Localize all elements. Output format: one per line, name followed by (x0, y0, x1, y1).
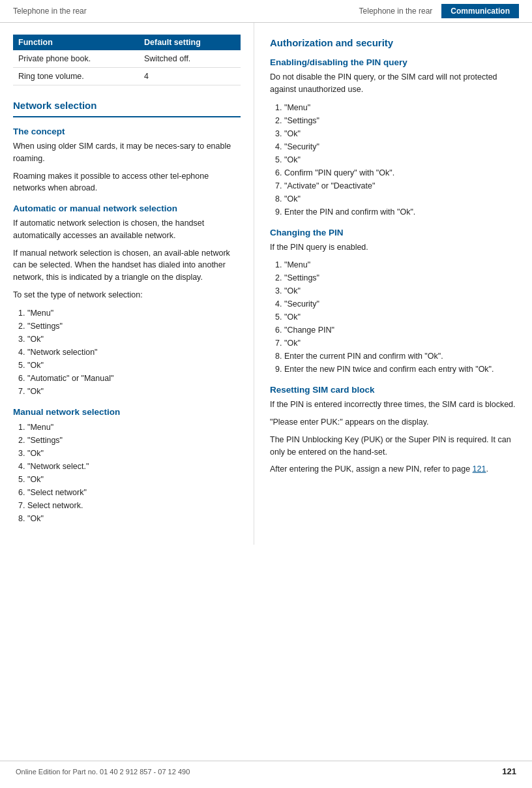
auto-manual-para3: To set the type of network selection: (13, 289, 241, 301)
resetting-para4: After entering the PUK, assign a new PIN… (270, 463, 516, 476)
list-item: "Settings" (284, 271, 516, 284)
list-item: "Settings" (284, 114, 516, 127)
table-row: Private phone book. Switched off. (13, 50, 241, 68)
table-cell-default: 4 (139, 68, 241, 85)
header-tabs: Telephone in the rear Communication (350, 4, 519, 18)
list-item: "Menu" (284, 101, 516, 114)
auth-heading: Authorization and security (270, 37, 516, 48)
enabling-steps-list: "Menu" "Settings" "Ok" "Security" "Ok" C… (270, 101, 516, 219)
resetting-subheading: Resetting SIM card block (270, 385, 516, 395)
page-footer: Online Edition for Part no. 01 40 2 912 … (0, 761, 532, 776)
list-item: "Activate" or "Deactivate" (284, 179, 516, 192)
auto-manual-subheading: Automatic or manual network selection (13, 204, 241, 213)
auto-manual-steps-list: "Menu" "Settings" "Ok" "Network selectio… (13, 307, 241, 398)
manual-steps-list: "Menu" "Settings" "Ok" "Network select."… (13, 421, 241, 525)
table-row: Ring tone volume. 4 (13, 68, 241, 85)
table-cell-function: Private phone book. (13, 50, 139, 68)
list-item: "Ok" (284, 153, 516, 166)
list-item: "Ok" (27, 333, 241, 346)
table-cell-default: Switched off. (139, 50, 241, 68)
resetting-para4-suffix: . (486, 464, 488, 474)
list-item: "Ok" (284, 127, 516, 140)
list-item: Enter the PIN and confirm with "Ok". (284, 205, 516, 219)
section-divider (13, 116, 241, 117)
list-item: "Security" (284, 297, 516, 311)
list-item: "Ok" (27, 359, 241, 372)
table-col1-header: Function (13, 35, 139, 50)
list-item: "Ok" (284, 192, 516, 205)
list-item: "Ok" (27, 512, 241, 525)
header-tab-communication: Communication (441, 4, 519, 18)
list-item: "Network selection" (27, 346, 241, 359)
list-item: Confirm "PIN query" with "Ok". (284, 166, 516, 179)
concept-subheading: The concept (13, 127, 241, 136)
header-left-tab: Telephone in the rear (0, 7, 87, 16)
concept-para1: When using older SIM cards, it may be ne… (13, 140, 241, 165)
list-item: "Network select." (27, 460, 241, 473)
list-item: "Menu" (27, 421, 241, 434)
resetting-para4-prefix: After entering the PUK, assign a new PIN… (270, 464, 473, 474)
list-item: "Menu" (27, 307, 241, 320)
changing-pin-steps-list: "Menu" "Settings" "Ok" "Security" "Ok" "… (270, 258, 516, 376)
list-item: Select network. (27, 499, 241, 512)
list-item: "Ok" (27, 473, 241, 486)
table-cell-function: Ring tone volume. (13, 68, 139, 85)
left-column: Function Default setting Private phone b… (0, 23, 254, 545)
manual-network-heading: Manual network selection (13, 407, 241, 417)
page-ref-link[interactable]: 121 (473, 464, 486, 474)
list-item: "Select network" (27, 486, 241, 499)
enabling-para: Do not disable the PIN query, or the SIM… (270, 71, 516, 96)
auto-manual-para1: If automatic network selection is chosen… (13, 217, 241, 242)
changing-pin-intro: If the PIN query is enabled. (270, 241, 516, 254)
function-table: Function Default setting Private phone b… (13, 35, 241, 85)
right-column: Authorization and security Enabling/disa… (254, 23, 532, 545)
list-item: "Ok" (284, 337, 516, 350)
list-item: "Ok" (27, 447, 241, 460)
enabling-subheading: Enabling/disabling the PIN query (270, 57, 516, 67)
list-item: "Settings" (27, 434, 241, 447)
list-item: "Ok" (27, 385, 241, 398)
resetting-para3: The PIN Unblocking Key (PUK) or the Supe… (270, 434, 516, 459)
main-content: Function Default setting Private phone b… (0, 23, 532, 545)
header-tab-telephone: Telephone in the rear (350, 4, 442, 18)
network-section-heading: Network selection (13, 100, 241, 111)
list-item: Enter the current PIN and confirm with "… (284, 350, 516, 363)
list-item: Enter the new PIN twice and confirm each… (284, 363, 516, 376)
footer-page-number: 121 (502, 766, 516, 776)
changing-pin-subheading: Changing the PIN (270, 228, 516, 237)
list-item: "Ok" (284, 284, 516, 297)
page-header: Telephone in the rear Telephone in the r… (0, 0, 532, 23)
table-col2-header: Default setting (139, 35, 241, 50)
resetting-para1: If the PIN is entered incorrectly three … (270, 399, 516, 411)
list-item: "Change PIN" (284, 324, 516, 337)
resetting-para2: "Please enter PUK:" appears on the displ… (270, 416, 516, 429)
list-item: "Security" (284, 140, 516, 153)
list-item: "Automatic" or "Manual" (27, 372, 241, 385)
footer-text: Online Edition for Part no. 01 40 2 912 … (16, 768, 190, 776)
auto-manual-para2: If manual network selection is chosen, a… (13, 247, 241, 284)
concept-para2: Roaming makes it possible to access othe… (13, 170, 241, 195)
list-item: "Menu" (284, 258, 516, 271)
list-item: "Settings" (27, 320, 241, 333)
list-item: "Ok" (284, 311, 516, 324)
